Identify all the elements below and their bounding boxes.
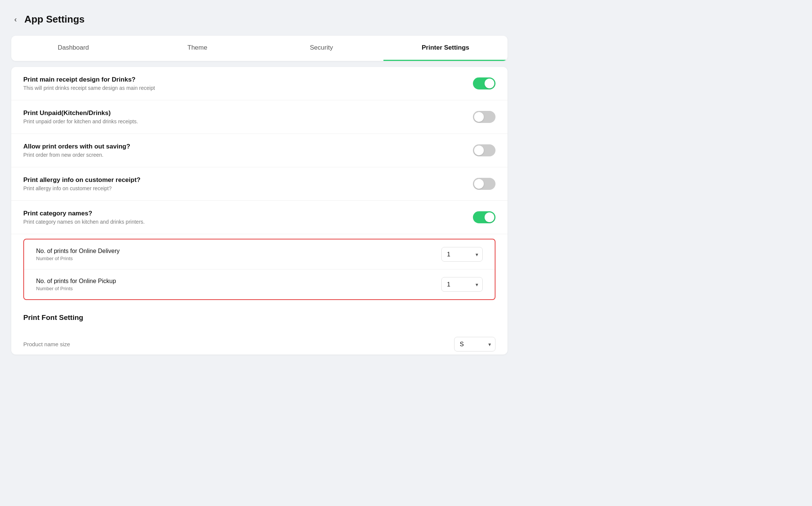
setting-description: Print category names on kitchen and drin… [23,219,145,225]
setting-description: This will print drinks receipt same desi… [23,85,155,91]
toggle-allow-print[interactable] [473,144,495,156]
tab-dashboard[interactable]: Dashboard [11,36,135,61]
font-section: Print Font Setting [11,305,508,331]
settings-card: Print main receipt design for Drinks? Th… [11,67,508,355]
setting-text: Allow print orders with out saving? Prin… [23,143,130,158]
toggle-slider [473,178,495,190]
setting-title: Print category names? [23,210,145,217]
toggle-slider [473,144,495,156]
setting-text: Print main receipt design for Drinks? Th… [23,76,155,91]
setting-row-print-category: Print category names? Print category nam… [11,201,508,234]
toggle-print-category[interactable] [473,211,495,223]
dropdown-text: No. of prints for Online Delivery Number… [36,248,120,261]
tab-printer-settings[interactable]: Printer Settings [383,36,508,61]
dropdown-title: No. of prints for Online Pickup [36,278,116,285]
toggle-slider [473,211,495,223]
toggle-print-unpaid[interactable] [473,111,495,123]
setting-row-allow-print: Allow print orders with out saving? Prin… [11,134,508,167]
toggle-slider [473,111,495,123]
pickup-prints-select-wrapper: 1 2 3 4 5 [441,277,483,292]
font-section-title: Print Font Setting [23,314,495,322]
delivery-prints-select[interactable]: 1 2 3 4 5 [441,247,483,262]
dropdown-row-pickup: No. of prints for Online Pickup Number o… [24,270,495,299]
font-setting-row: Product name size S M L [11,331,508,355]
tab-theme[interactable]: Theme [135,36,259,61]
tabs-bar: Dashboard Theme Security Printer Setting… [11,36,508,61]
highlighted-section-wrapper: No. of prints for Online Delivery Number… [11,234,508,305]
highlighted-section: No. of prints for Online Delivery Number… [23,239,495,300]
setting-text: Print Unpaid(Kitchen/Drinks) Print unpai… [23,109,138,124]
toggle-print-allergy[interactable] [473,178,495,190]
dropdown-row-delivery: No. of prints for Online Delivery Number… [24,239,495,270]
dropdown-title: No. of prints for Online Delivery [36,248,120,255]
setting-description: Print unpaid order for kitchen and drink… [23,118,138,124]
setting-row-print-unpaid: Print Unpaid(Kitchen/Drinks) Print unpai… [11,100,508,134]
setting-title: Print main receipt design for Drinks? [23,76,155,83]
setting-title: Print allergy info on customer receipt? [23,176,141,184]
tab-security[interactable]: Security [259,36,383,61]
setting-text: Print category names? Print category nam… [23,210,145,225]
pickup-prints-select[interactable]: 1 2 3 4 5 [441,277,483,292]
setting-row-print-allergy: Print allergy info on customer receipt? … [11,167,508,201]
toggle-slider [473,77,495,89]
delivery-prints-select-wrapper: 1 2 3 4 5 [441,247,483,262]
product-name-size-wrapper: S M L [454,337,495,351]
product-name-size-select[interactable]: S M L [454,337,495,351]
setting-row-print-receipt-design: Print main receipt design for Drinks? Th… [11,67,508,100]
setting-description: Print order from new order screen. [23,152,130,158]
dropdown-text: No. of prints for Online Pickup Number o… [36,278,116,291]
setting-title: Allow print orders with out saving? [23,143,130,150]
dropdown-description: Number of Prints [36,256,120,261]
back-button[interactable]: ‹ [11,14,20,25]
setting-description: Print allergy info on customer receipt? [23,185,141,191]
back-icon: ‹ [14,15,17,24]
setting-title: Print Unpaid(Kitchen/Drinks) [23,109,138,117]
toggle-print-receipt-design[interactable] [473,77,495,89]
product-name-label: Product name size [23,341,70,347]
dropdown-description: Number of Prints [36,286,116,291]
setting-text: Print allergy info on customer receipt? … [23,176,141,191]
page-title: App Settings [24,14,85,25]
